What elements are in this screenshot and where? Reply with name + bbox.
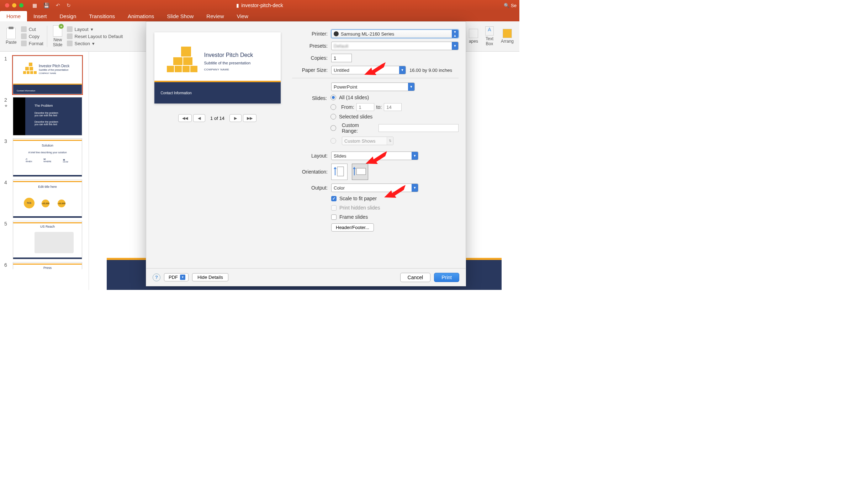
new-slide-button[interactable]: + New Slide [51,25,65,47]
slides-label: Slides: [292,95,327,101]
slide-thumbnail-3[interactable]: Solution A brief line describing your so… [13,138,82,177]
tab-home[interactable]: Home [0,11,27,21]
chevron-down-icon: ⇅ [387,137,393,145]
custom-shows-dropdown: Custom Shows ⇅ [342,137,393,145]
app-dropdown[interactable]: PowerPoint ▼ [331,83,415,91]
presets-label: Presets: [292,43,328,49]
presets-dropdown[interactable]: Default ▼ [331,42,459,50]
section-button[interactable]: Section ▾ [67,41,123,46]
slide-thumbnail-1[interactable]: Investor Pitch Deck Subtitle of the pres… [13,56,82,94]
to-input[interactable] [384,103,402,111]
slides-selected-radio[interactable] [330,114,336,120]
slide-panel[interactable]: 1 Investor Pitch Deck Subtitle of the pr… [0,52,89,290]
custom-range-input[interactable] [379,124,459,132]
tab-slideshow[interactable]: Slide Show [160,11,200,21]
prev-page-button[interactable]: ◀ [193,114,205,122]
annotation-arrow-icon [384,185,406,201]
toolbar-icon[interactable]: ▦ [32,2,37,8]
slide-number: 6 [4,262,7,268]
undo-icon[interactable]: ↶ [56,2,60,8]
tab-animations[interactable]: Animations [121,11,160,21]
preview-subtitle: Subtitle of the presentation [204,61,251,65]
orientation-portrait-button[interactable] [331,164,348,180]
scale-label: Scale to fit paper [339,196,377,201]
page-indicator: 1 of 14 [210,116,224,121]
layout-button[interactable]: Layout ▾ [67,26,123,32]
slide-thumbnail-6[interactable]: Press [13,262,82,269]
slide-thumbnail-4[interactable]: Edit title here 50k +25,000 +10,000 [13,180,82,218]
document-title: investor-pitch-deck [241,2,283,8]
cancel-button[interactable]: Cancel [400,273,431,282]
chevron-down-icon: ▼ [412,152,418,160]
frame-checkbox[interactable] [331,214,337,220]
chevron-down-icon: ▼ [412,184,418,192]
pdf-button[interactable]: PDF ▼ [164,273,189,281]
svg-marker-3 [366,151,387,164]
copy-button[interactable]: Copy [21,33,43,39]
tab-design[interactable]: Design [53,11,83,21]
output-label: Output: [292,185,328,191]
last-page-button[interactable]: ▶▶ [243,114,256,122]
from-label: From: [341,104,354,110]
chevron-down-icon: ▼ [452,42,458,50]
frame-label: Frame slides [339,214,368,220]
close-window-icon[interactable] [5,3,9,7]
tab-review[interactable]: Review [200,11,230,21]
ribbon-tabs: Home Insert Design Transitions Animation… [0,11,519,21]
layout-icon [67,26,73,32]
copies-input[interactable] [331,54,352,62]
preview-title: Investor Pitch Deck [204,52,253,58]
save-icon[interactable]: 💾 [43,2,49,8]
svg-marker-4 [384,185,406,198]
format-painter-icon [21,41,27,46]
layout-label: Layout: [292,153,328,159]
preview-contact: Contact Information [161,91,192,95]
reset-layout-button[interactable]: Reset Layout to Default [67,33,123,39]
annotation-arrow-icon [366,151,387,167]
section-icon [67,41,73,46]
slides-custom-range-radio[interactable] [330,125,336,131]
papersize-label: Paper Size: [292,67,328,73]
tab-view[interactable]: View [230,11,254,21]
tab-transitions[interactable]: Transitions [83,11,121,21]
printer-dropdown[interactable]: Samsung ML-2160 Series ▼▲ [331,30,459,38]
selected-label: Selected slides [339,114,372,120]
preview-company: COMPANY NAME [204,68,229,71]
textbox-button[interactable]: A Text Box [483,26,496,46]
search-placeholder[interactable]: Se [511,3,517,8]
reset-icon [67,33,73,39]
arrange-button[interactable]: Arrang [499,29,516,44]
to-label: to: [376,104,382,110]
slide-thumbnail-5[interactable]: US Reach [13,221,82,259]
paste-button[interactable]: Paste [4,28,19,45]
from-input[interactable] [356,103,374,111]
papersize-dimensions: 16.00 by 9.00 inches [409,68,452,73]
svg-rect-0 [337,167,344,176]
redo-icon[interactable]: ↻ [67,2,71,8]
print-preview: Investor Pitch Deck Subtitle of the pres… [154,32,281,104]
copy-icon [21,33,27,39]
cut-button[interactable]: Cut [21,26,43,32]
tab-insert[interactable]: Insert [27,11,53,21]
header-footer-button[interactable]: Header/Footer... [331,223,374,232]
slide-number: 2 [4,97,7,103]
search-icon[interactable]: 🔍 [504,3,509,8]
format-button[interactable]: Format [21,41,43,46]
svg-marker-2 [364,62,386,75]
shapes-button[interactable]: apes [467,29,480,44]
scale-checkbox[interactable] [331,196,337,201]
print-button[interactable]: Print [434,273,459,282]
copies-label: Copies: [292,55,328,61]
hide-details-button[interactable]: Hide Details [192,273,228,281]
printer-label: Printer: [292,31,328,37]
slides-from-radio[interactable] [330,104,336,110]
minimize-window-icon[interactable] [12,3,16,7]
scissors-icon [21,26,27,32]
slide-thumbnail-2[interactable]: The Problem Describe the problemyou can … [13,97,82,136]
first-page-button[interactable]: ◀◀ [178,114,192,122]
print-dialog: Investor Pitch Deck Subtitle of the pres… [146,21,466,286]
maximize-window-icon[interactable] [19,3,23,7]
slides-all-radio[interactable] [330,95,336,100]
next-page-button[interactable]: ▶ [229,114,242,122]
help-button[interactable]: ? [153,274,160,281]
